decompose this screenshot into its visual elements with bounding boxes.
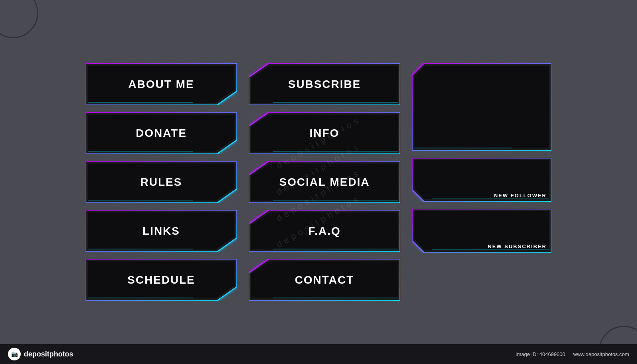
logo-icon: 📷	[8, 348, 21, 360]
info-panel[interactable]: INFO	[249, 112, 400, 154]
donate-label: DONATE	[86, 112, 237, 154]
schedule-panel[interactable]: SCHEDULE	[86, 259, 237, 301]
about-me-panel[interactable]: ABOUT ME	[86, 63, 237, 105]
center-column: SUBSCRIBE INFO	[249, 63, 400, 301]
social-media-panel[interactable]: SOCIAL MEDIA	[249, 161, 400, 203]
new-follower-label: NEW FOLLOWER	[412, 158, 551, 202]
svg-marker-31	[414, 66, 549, 148]
faq-label: F.A.Q	[249, 210, 400, 252]
links-label: LINKS	[86, 210, 237, 252]
image-id: Image ID: 404699600	[516, 351, 565, 357]
about-me-label: ABOUT ME	[86, 63, 237, 105]
info-label: INFO	[249, 112, 400, 154]
main-container: ABOUT ME DONATE	[78, 55, 559, 309]
logo-area: 📷 depositphotos	[8, 348, 73, 360]
new-subscriber-panel: NEW SUBSCRIBER	[412, 209, 551, 253]
new-subscriber-label: NEW SUBSCRIBER	[412, 209, 551, 253]
bottom-bar: 📷 depositphotos Image ID: 404699600 www.…	[0, 344, 637, 364]
right-column: NEW FOLLOWER NEW SUBSCR	[412, 63, 551, 253]
wide-panel	[412, 63, 551, 151]
subscribe-panel[interactable]: SUBSCRIBE	[249, 63, 400, 105]
website: www.depositphotos.com	[573, 351, 629, 357]
new-follower-panel: NEW FOLLOWER	[412, 158, 551, 202]
social-media-label: SOCIAL MEDIA	[249, 161, 400, 203]
schedule-label: SCHEDULE	[86, 259, 237, 301]
donate-panel[interactable]: DONATE	[86, 112, 237, 154]
logo-text: depositphotos	[24, 350, 73, 358]
faq-panel[interactable]: F.A.Q	[249, 210, 400, 252]
left-column: ABOUT ME DONATE	[86, 63, 237, 301]
rules-label: RULES	[86, 161, 237, 203]
right-info: Image ID: 404699600 www.depositphotos.co…	[516, 351, 629, 357]
subscribe-label: SUBSCRIBE	[249, 63, 400, 105]
contact-panel[interactable]: CONTACT	[249, 259, 400, 301]
rules-panel[interactable]: RULES	[86, 161, 237, 203]
links-panel[interactable]: LINKS	[86, 210, 237, 252]
contact-label: CONTACT	[249, 259, 400, 301]
